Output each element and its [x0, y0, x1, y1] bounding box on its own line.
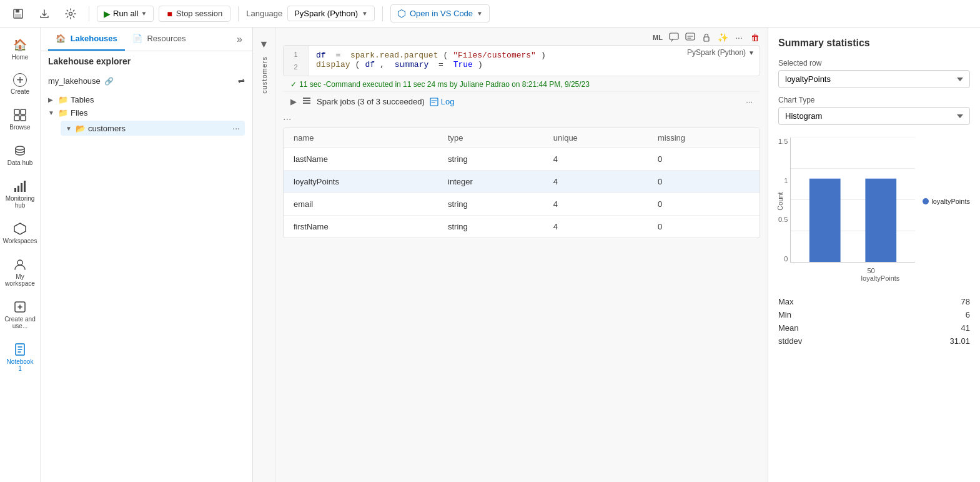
histogram-chart	[790, 138, 915, 263]
line-number-2: 2	[294, 63, 297, 71]
chart-type-select[interactable]: Histogram	[778, 107, 970, 125]
sidebar-item-workspaces[interactable]: Workspaces	[2, 216, 38, 249]
selected-row-label: Selected row	[778, 59, 970, 68]
code-cell: 1 2 df = spark.read.parquet ( "Files/cus…	[283, 45, 760, 76]
create-icon: +	[13, 73, 27, 87]
browse-icon	[12, 108, 27, 123]
my-workspace-icon	[12, 257, 27, 272]
divider1	[89, 6, 89, 21]
run-all-button[interactable]: ▶ Run all ▼	[97, 6, 154, 22]
stop-session-button[interactable]: ■ Stop session	[159, 6, 230, 22]
open-vscode-label: Open in VS Code	[410, 9, 473, 18]
code-paren4: )	[478, 60, 483, 69]
cell-name: email	[284, 193, 438, 216]
cell-gutter: 1 2	[284, 46, 309, 76]
tree-item-files[interactable]: ▼ 📁 Files	[48, 106, 245, 119]
log-button[interactable]: Log	[430, 97, 455, 106]
divider2	[238, 6, 239, 21]
save-button[interactable]	[7, 6, 29, 22]
ml-button[interactable]: ML	[650, 30, 665, 45]
col-unique: unique	[543, 128, 648, 148]
svg-rect-22	[303, 103, 310, 104]
tree-item-customers[interactable]: ▼ 📂 customers ···	[61, 121, 245, 136]
more-actions-button[interactable]: ···	[731, 30, 746, 45]
comment-button[interactable]	[666, 30, 681, 45]
tab-resources[interactable]: 📄 Resources	[125, 28, 194, 51]
tab-lakehouses[interactable]: 🏠 Lakehouses	[48, 28, 125, 51]
sidebar-item-monitoring[interactable]: Monitoring hub	[2, 174, 38, 214]
stop-session-label: Stop session	[176, 9, 222, 18]
cell-expand-button[interactable]: ▼	[258, 38, 270, 51]
svg-marker-13	[14, 223, 26, 234]
lakehouse-transfer-icon[interactable]: ⇌	[238, 76, 245, 86]
customers-more-button[interactable]: ···	[232, 123, 240, 133]
collapse-panel-button[interactable]: »	[234, 31, 245, 48]
delete-button[interactable]: 🗑	[748, 30, 763, 45]
sidebar-item-browse[interactable]: Browse	[2, 103, 38, 136]
svg-rect-21	[303, 100, 310, 101]
cell-missing: 0	[648, 193, 760, 216]
cell-more-dots[interactable]: ···	[275, 111, 768, 128]
stats-metric-row: Mean41	[778, 323, 970, 333]
status-checkmark: ✓	[290, 80, 297, 89]
svg-point-3	[69, 12, 72, 15]
cell-unique: 4	[543, 216, 648, 238]
spark-jobs-expand[interactable]: ▶	[290, 97, 297, 106]
chat-button[interactable]	[683, 30, 698, 45]
run-icon: ▶	[104, 9, 111, 19]
run-all-chevron: ▼	[141, 10, 147, 17]
tables-chevron: ▶	[48, 96, 56, 103]
code-paren1: (	[443, 51, 448, 60]
lakehouses-tab-label: Lakehouses	[71, 34, 117, 43]
code-display: display	[316, 60, 350, 69]
settings-button[interactable]	[60, 6, 81, 22]
monitoring-icon	[12, 179, 27, 194]
sidebar-item-notebook1[interactable]: Notebook 1	[2, 337, 38, 377]
sidebar-item-home[interactable]: 🏠 Home	[2, 33, 38, 66]
sidebar-item-create-use[interactable]: Create and use...	[2, 294, 38, 334]
status-bar: ✓ 11 sec -Command executed in 11 sec 24 …	[283, 78, 760, 91]
notebook-area: ▼ customers ML	[253, 28, 768, 482]
selected-row-select[interactable]: loyaltyPoints	[778, 70, 970, 88]
open-vscode-button[interactable]: ⬡ Open in VS Code ▼	[390, 4, 490, 23]
table-row[interactable]: emailstring40	[284, 193, 760, 216]
datahub-icon	[12, 143, 27, 158]
table-row[interactable]: firstNamestring40	[284, 216, 760, 238]
sidebar-item-datahub-label: Data hub	[7, 159, 33, 166]
save-icon	[12, 8, 24, 19]
lakehouse-name-text: my_lakehouse	[48, 76, 101, 86]
download-button[interactable]	[34, 6, 55, 22]
sidebar-item-my-workspace[interactable]: My workspace	[2, 252, 38, 292]
sidebar-item-browse-label: Browse	[9, 124, 30, 131]
code-paren2: )	[541, 51, 546, 60]
table-row[interactable]: loyaltyPointsinteger40	[284, 171, 760, 193]
col-type: type	[438, 128, 543, 148]
y-label-0.5: 0.5	[778, 216, 788, 223]
cell-name: firstName	[284, 216, 438, 238]
svg-rect-20	[303, 98, 310, 99]
spark-jobs-row: ▶ Spark jobs (3 of 3 succeeded) Log ···	[283, 91, 760, 111]
cell-unique: 4	[543, 148, 648, 171]
spark-jobs-list-icon	[302, 96, 312, 108]
sparkle-button[interactable]: ✨	[715, 30, 730, 45]
cell-missing: 0	[648, 216, 760, 238]
chart-x-label: loyaltyPoints	[791, 274, 970, 282]
tree-item-tables[interactable]: ▶ 📁 Tables	[48, 93, 245, 106]
sidebar-item-create[interactable]: + Create	[2, 68, 38, 100]
svg-rect-29	[866, 179, 897, 262]
lock-button[interactable]	[699, 30, 714, 45]
stats-metric-row: Min6	[778, 310, 970, 319]
language-selector[interactable]: PySpark (Python) ▼	[287, 6, 375, 21]
cell-type: string	[438, 148, 543, 171]
metric-key: stddev	[778, 336, 802, 346]
sidebar-item-home-label: Home	[12, 54, 29, 61]
cell-code-content[interactable]: df = spark.read.parquet ( "Files/custome…	[309, 46, 660, 76]
metric-value: 31.01	[949, 336, 970, 346]
pyspark-badge[interactable]: PySpark (Python) ▼	[687, 48, 755, 57]
spark-jobs-more-button[interactable]: ···	[746, 97, 753, 106]
resources-tab-icon: 📄	[132, 34, 142, 43]
sidebar-item-datahub[interactable]: Data hub	[2, 138, 38, 171]
stats-title: Summary statistics	[778, 38, 970, 49]
stop-icon: ■	[167, 9, 172, 19]
table-row[interactable]: lastNamestring40	[284, 148, 760, 171]
